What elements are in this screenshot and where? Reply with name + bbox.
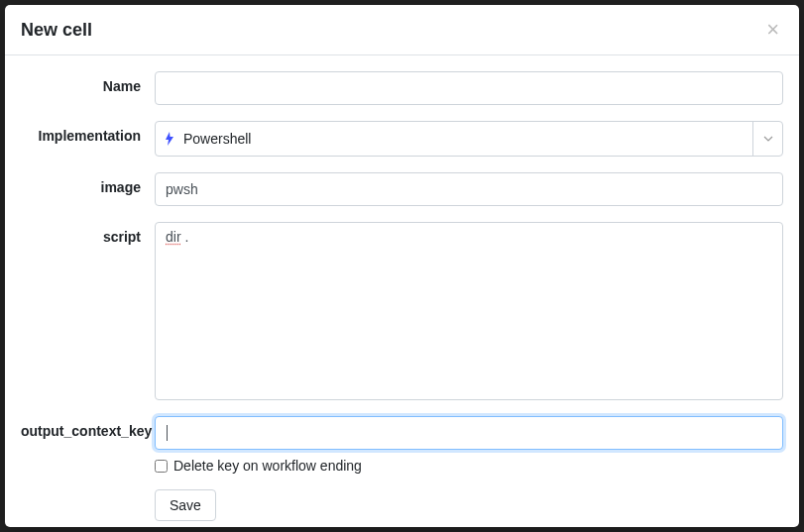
implementation-select[interactable]: Powershell: [155, 121, 783, 157]
delete-key-checkbox[interactable]: [155, 460, 168, 473]
delete-key-label: Delete key on workflow ending: [173, 458, 362, 474]
close-button[interactable]: ×: [762, 19, 783, 41]
label-output-context-key: output_context_key: [21, 416, 155, 439]
output-context-key-input[interactable]: [155, 416, 783, 450]
save-button[interactable]: Save: [155, 489, 216, 521]
name-input[interactable]: [155, 71, 783, 105]
label-script: script: [21, 222, 155, 245]
row-save: Save: [21, 489, 783, 521]
script-word: dir: [166, 229, 181, 245]
row-output-context-key: output_context_key: [21, 416, 783, 450]
close-icon: ×: [766, 17, 779, 42]
script-textarea[interactable]: dir .: [155, 222, 783, 400]
row-delete-key: Delete key on workflow ending: [21, 458, 783, 474]
label-implementation: Implementation: [21, 121, 155, 144]
row-image: image: [21, 172, 783, 206]
image-input[interactable]: [155, 172, 783, 206]
chevron-down-icon: [752, 122, 782, 156]
text-cursor: [167, 425, 168, 441]
lightning-icon: [164, 132, 175, 146]
label-image: image: [21, 172, 155, 195]
modal-header: New cell ×: [5, 5, 799, 55]
delete-key-checkbox-row[interactable]: Delete key on workflow ending: [155, 458, 783, 474]
script-rest: .: [181, 229, 189, 245]
new-cell-modal: New cell × Name Implementation Powers: [5, 5, 799, 527]
implementation-value: Powershell: [177, 131, 752, 147]
label-name: Name: [21, 71, 155, 94]
modal-body: Name Implementation Powershell: [5, 55, 799, 527]
row-name: Name: [21, 71, 783, 105]
row-script: script dir .: [21, 222, 783, 400]
modal-title: New cell: [21, 20, 92, 41]
row-implementation: Implementation Powershell: [21, 121, 783, 157]
